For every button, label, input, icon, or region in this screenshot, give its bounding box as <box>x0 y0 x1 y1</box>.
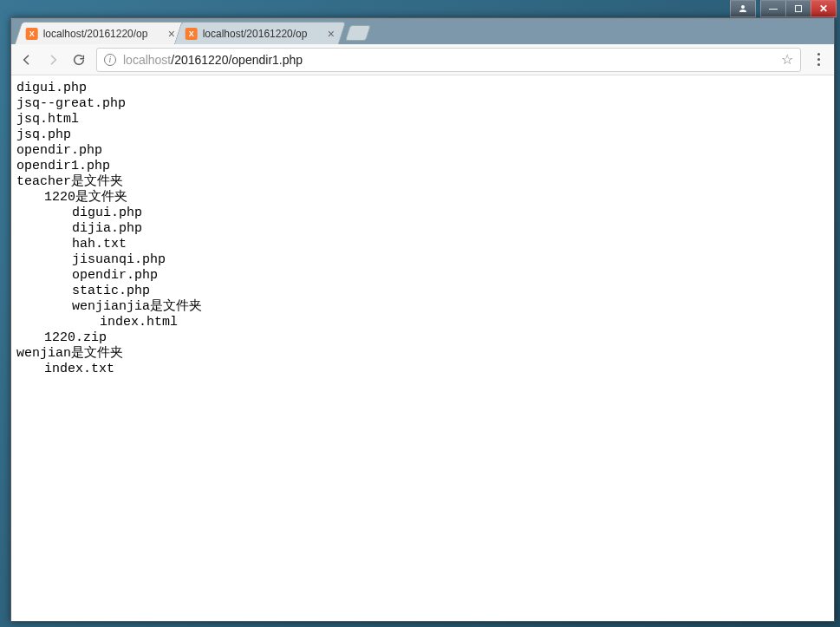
browser-toolbar: i localhost/20161220/opendir1.php ☆ <box>11 44 834 75</box>
arrow-right-icon <box>46 53 60 67</box>
listing-row: index.html <box>16 315 829 330</box>
bookmark-star-icon[interactable]: ☆ <box>781 51 793 68</box>
listing-row: wenjian是文件夹 <box>16 346 829 362</box>
url-path: /20161220/opendir1.php <box>171 53 303 67</box>
listing-row: jisuanqi.php <box>16 252 829 268</box>
listing-row: dijia.php <box>16 221 829 237</box>
listing-row: static.php <box>16 284 829 299</box>
arrow-left-icon <box>20 53 34 67</box>
site-info-icon[interactable]: i <box>104 54 116 66</box>
user-icon[interactable] <box>730 0 756 17</box>
tab-title: localhost/20161220/op <box>203 28 322 40</box>
url-host: localhost <box>123 53 171 67</box>
close-icon: ✕ <box>819 3 828 14</box>
listing-row: jsq.php <box>16 127 829 143</box>
listing-row: opendir.php <box>16 268 829 284</box>
listing-row: digui.php <box>16 206 829 221</box>
tab-strip: localhost/20161220/op × localhost/201612… <box>11 18 834 44</box>
tab-inactive[interactable]: localhost/20161220/op × <box>174 22 346 44</box>
dot-icon <box>817 63 820 66</box>
close-button[interactable]: ✕ <box>811 0 837 17</box>
listing-row: 1220是文件夹 <box>16 190 829 206</box>
browser-menu-button[interactable] <box>810 53 827 66</box>
browser-window: localhost/20161220/op × localhost/201612… <box>10 17 835 622</box>
xampp-icon <box>186 28 198 40</box>
listing-row: jsq--great.php <box>16 96 829 112</box>
minimize-icon <box>769 9 778 10</box>
forward-button[interactable] <box>44 51 62 69</box>
page-content: digui.phpjsq--great.phpjsq.htmljsq.phpop… <box>11 75 834 621</box>
listing-row: 1220.zip <box>16 330 829 346</box>
address-bar[interactable]: i localhost/20161220/opendir1.php ☆ <box>96 48 801 72</box>
tab-title: localhost/20161220/op <box>43 28 163 40</box>
maximize-button[interactable] <box>785 0 811 17</box>
back-button[interactable] <box>18 51 36 69</box>
listing-row: jsq.html <box>16 112 829 127</box>
new-tab-button[interactable] <box>345 25 371 41</box>
listing-row: opendir1.php <box>16 159 829 174</box>
minimize-button[interactable] <box>760 0 786 17</box>
reload-icon <box>72 53 86 67</box>
listing-row: teacher是文件夹 <box>16 174 829 190</box>
dot-icon <box>817 53 820 56</box>
listing-row: index.txt <box>16 362 829 377</box>
maximize-icon <box>795 5 802 12</box>
tab-active[interactable]: localhost/20161220/op × <box>15 22 186 44</box>
tab-close-icon[interactable]: × <box>168 28 175 40</box>
listing-row: digui.php <box>16 81 829 96</box>
tab-close-icon[interactable]: × <box>328 28 335 40</box>
listing-row: wenjianjia是文件夹 <box>16 299 829 315</box>
reload-button[interactable] <box>70 51 88 69</box>
listing-row: hah.txt <box>16 237 829 252</box>
xampp-icon <box>26 28 38 40</box>
listing-row: opendir.php <box>16 143 829 159</box>
dot-icon <box>817 58 820 61</box>
url-text: localhost/20161220/opendir1.php <box>123 53 303 67</box>
os-titlebar: ✕ <box>0 0 840 17</box>
